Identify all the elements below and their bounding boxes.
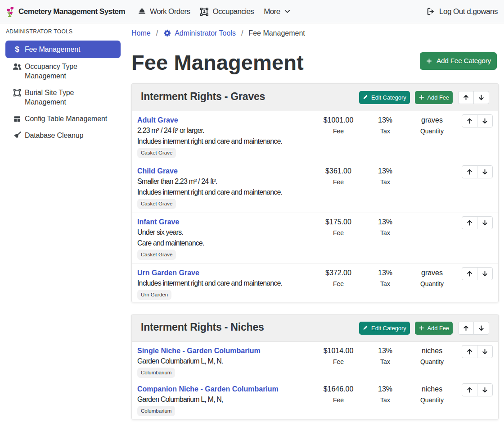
gear-icon bbox=[163, 29, 171, 37]
breadcrumb-separator: / bbox=[241, 28, 243, 38]
arrow-up-icon bbox=[466, 348, 473, 355]
fee-name-link[interactable]: Companion Niche - Garden Columbarium bbox=[137, 384, 279, 394]
fee-tax-value: 13% bbox=[362, 346, 409, 356]
arrow-up-icon bbox=[466, 270, 473, 277]
fee-tax-value: 13% bbox=[362, 166, 409, 177]
fee-name-link[interactable]: Infant Grave bbox=[137, 217, 179, 227]
edit-category-button[interactable]: Edit Category bbox=[359, 322, 410, 335]
fee-amount-column: $1646.00 Fee bbox=[315, 384, 362, 406]
hard-hat-icon bbox=[138, 7, 146, 16]
broom-icon bbox=[13, 131, 22, 140]
pencil-icon bbox=[363, 95, 369, 100]
fee-amount-column: $1014.00 Fee bbox=[315, 346, 362, 368]
move-category-down-button[interactable] bbox=[473, 322, 489, 335]
top-navbar: Cemetery Management System Work Orders O… bbox=[0, 0, 504, 23]
fee-tax-value: 13% bbox=[362, 217, 409, 227]
sidebar-nav: $ Fee Management Occupancy Type Manageme… bbox=[5, 41, 121, 144]
fee-quantity-value: niches bbox=[409, 346, 455, 356]
main-content: Home / Administrator Tools / Fee Managem… bbox=[126, 23, 504, 419]
sidebar-item[interactable]: Config Table Management bbox=[5, 110, 121, 127]
fee-name-link[interactable]: Child Grave bbox=[137, 166, 178, 176]
move-category-up-button[interactable] bbox=[458, 322, 474, 335]
nav-item-label: More bbox=[264, 7, 280, 16]
sidebar-item[interactable]: Occupancy Type Management bbox=[5, 58, 121, 84]
nav-item-more[interactable]: More bbox=[259, 4, 295, 20]
nav-item-work-orders[interactable]: Work Orders bbox=[133, 4, 195, 20]
add-fee-category-button[interactable]: Add Fee Category bbox=[420, 52, 497, 70]
breadcrumb-separator: / bbox=[156, 28, 158, 38]
arrow-up-icon bbox=[466, 219, 473, 227]
fee-descriptions: Under six years.Care and maintenance. bbox=[137, 227, 315, 249]
fee-description: Smaller than 2.23 m² / 24 ft². bbox=[137, 176, 315, 187]
fee-name-link[interactable]: Adult Grave bbox=[137, 115, 178, 125]
app-brand[interactable]: Cemetery Management System bbox=[6, 5, 125, 18]
fee-amount-label: Fee bbox=[315, 356, 362, 368]
fee-info: Adult Grave 2.23 m² / 24 ft² or larger.I… bbox=[137, 115, 315, 158]
move-fee-up-button[interactable] bbox=[462, 216, 477, 229]
nav-item-occupancies[interactable]: Occupancies bbox=[195, 4, 259, 20]
fee-description: Includes interment right and care and ma… bbox=[137, 187, 315, 198]
move-category-down-button[interactable] bbox=[473, 91, 489, 104]
fee-quantity-column: niches Quantity bbox=[409, 384, 455, 406]
logout-button[interactable]: Log Out d.gowans bbox=[427, 4, 498, 20]
app-title: Cemetery Management System bbox=[18, 7, 125, 16]
fee-description: Garden Columbarium L, M, N, bbox=[137, 394, 315, 405]
fee-tax-value: 13% bbox=[362, 384, 409, 395]
fee-tax-column: 13% Tax bbox=[362, 115, 409, 137]
arrow-down-icon bbox=[477, 324, 485, 332]
category-reorder-group bbox=[458, 322, 489, 335]
fee-reorder-group bbox=[462, 114, 493, 127]
fee-quantity-value: graves bbox=[409, 115, 455, 126]
sidebar-item-label: Occupancy Type Management bbox=[25, 62, 116, 81]
fee-info: Child Grave Smaller than 2.23 m² / 24 ft… bbox=[137, 166, 315, 209]
fee-quantity-column: niches Quantity bbox=[409, 346, 455, 368]
sidebar-item[interactable]: Database Cleanup bbox=[5, 127, 121, 144]
fee-amount-label: Fee bbox=[315, 395, 362, 406]
fee-quantity-value: niches bbox=[409, 384, 455, 395]
add-fee-button[interactable]: Add Fee bbox=[415, 91, 453, 104]
fee-description: Under six years. bbox=[137, 227, 315, 238]
arrow-down-icon bbox=[481, 117, 489, 125]
breadcrumb: Home / Administrator Tools / Fee Managem… bbox=[131, 28, 499, 38]
fee-type-badge: Columbarium bbox=[137, 368, 175, 378]
move-fee-up-button[interactable] bbox=[462, 267, 477, 280]
move-fee-down-button[interactable] bbox=[477, 114, 493, 127]
fee-name-link[interactable]: Single Niche - Garden Columbarium bbox=[137, 346, 261, 356]
sidebar-item[interactable]: Burial Site Type Management bbox=[5, 84, 121, 110]
move-fee-down-button[interactable] bbox=[477, 345, 493, 358]
fee-descriptions: 2.23 m² / 24 ft² or larger.Includes inte… bbox=[137, 125, 315, 147]
add-fee-button[interactable]: Add Fee bbox=[415, 322, 453, 335]
edit-category-button[interactable]: Edit Category bbox=[359, 91, 410, 104]
occupancy-frame-icon bbox=[200, 7, 209, 16]
fee-name-link[interactable]: Urn Garden Grave bbox=[137, 268, 199, 278]
move-fee-down-button[interactable] bbox=[477, 267, 493, 280]
table-icon bbox=[13, 114, 22, 123]
category-title: Interment Rights - Niches bbox=[141, 321, 359, 333]
fee-tax-label: Tax bbox=[362, 356, 409, 368]
move-fee-up-button[interactable] bbox=[462, 114, 477, 127]
move-fee-down-button[interactable] bbox=[477, 383, 493, 396]
move-fee-down-button[interactable] bbox=[477, 165, 493, 178]
move-fee-down-button[interactable] bbox=[477, 216, 493, 229]
fee-description: Includes interment right and care and ma… bbox=[137, 136, 315, 147]
fee-tax-label: Tax bbox=[362, 395, 409, 406]
edit-category-label: Edit Category bbox=[371, 325, 406, 332]
move-fee-up-button[interactable] bbox=[462, 345, 477, 358]
move-fee-up-button[interactable] bbox=[462, 165, 477, 178]
move-fee-up-button[interactable] bbox=[462, 383, 477, 396]
fee-description: Garden Columbarium L, M, N. bbox=[137, 356, 315, 367]
arrow-up-icon bbox=[466, 168, 473, 176]
fee-list: Single Niche - Garden Columbarium Garden… bbox=[132, 342, 498, 419]
sidebar-item-label: Config Table Management bbox=[25, 114, 107, 123]
move-category-up-button[interactable] bbox=[458, 91, 474, 104]
tulip-logo-icon bbox=[6, 5, 14, 18]
plus-icon bbox=[418, 325, 425, 331]
sidebar-item-label: Database Cleanup bbox=[25, 131, 83, 140]
fee-description: 2.23 m² / 24 ft² or larger. bbox=[137, 125, 315, 136]
sidebar-heading: ADMINISTRATOR TOOLS bbox=[6, 28, 121, 35]
breadcrumb-admin-link[interactable]: Administrator Tools bbox=[175, 28, 236, 38]
logout-label: Log Out d.gowans bbox=[439, 7, 498, 16]
sidebar-item[interactable]: $ Fee Management bbox=[5, 41, 121, 58]
breadcrumb-home-link[interactable]: Home bbox=[131, 28, 151, 38]
fee-quantity-label: Quantity bbox=[409, 356, 455, 368]
